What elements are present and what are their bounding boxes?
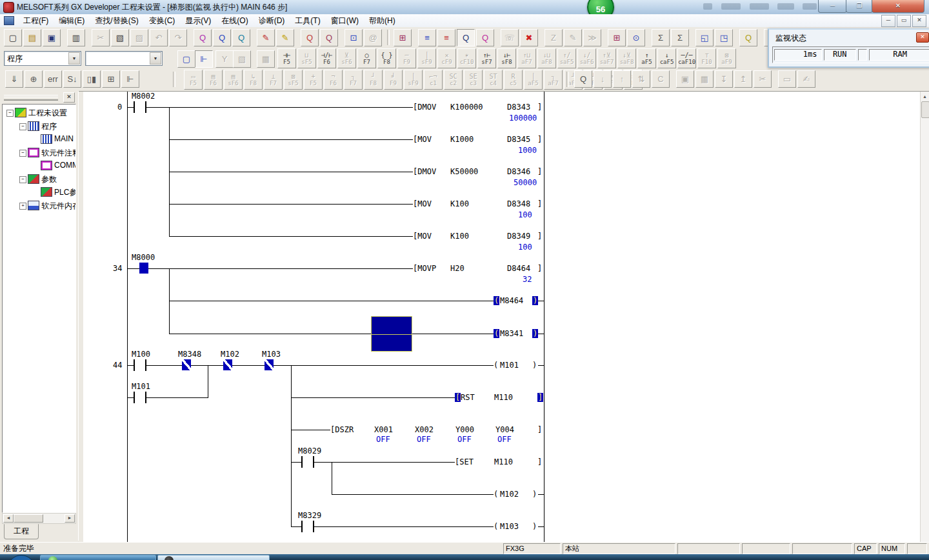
menu-f[interactable]: 工程(F) (18, 14, 54, 28)
multiple-window-button[interactable]: ▦ (695, 70, 714, 88)
find-device-button[interactable]: Q (194, 29, 212, 46)
tree-horizontal-scrollbar[interactable]: ◄ ► (2, 513, 76, 524)
wiring-symbol-c1-button[interactable]: ⌐¬c1 (424, 70, 443, 90)
ladder-symbol-saF6-button[interactable]: ↓/saF6 (577, 48, 596, 68)
copy-button[interactable]: ▧ (111, 29, 129, 46)
ladder-symbol-sF6-button[interactable]: ⊻sF6 (337, 48, 356, 68)
wiring-symbol-c2-button[interactable]: SCc2 (444, 70, 463, 90)
device-find-binoculars-button[interactable]: Q (574, 70, 592, 88)
wiring-symbol-sF5-button[interactable]: ⊠sF5 (284, 70, 303, 90)
read-mode-button[interactable]: ≡ (418, 29, 436, 46)
ladder-symbol-sF7-button[interactable]: ↑⊢sF7 (477, 48, 496, 68)
line-statement-list-button[interactable]: ⇅ (632, 70, 650, 88)
save-project-button[interactable]: ▣ (43, 29, 61, 46)
ladder-symbol-aF7-button[interactable]: ↑⊔aF7 (517, 48, 536, 68)
scroll-left-icon[interactable]: ◄ (3, 514, 14, 523)
register-monitor-down-button[interactable]: ↧ (715, 70, 733, 88)
sampling-trace-button[interactable]: ⊞ (608, 29, 626, 46)
wiring-symbol-F8-button[interactable]: ↳F8 (244, 70, 263, 90)
ladder-symbol-saF5-button[interactable]: ↑/saF5 (557, 48, 576, 68)
step-run-button[interactable]: ≫ (583, 29, 601, 46)
ladder-symbol-F6-button[interactable]: ⊣/⊢F6 (317, 48, 336, 68)
monitor-close-icon[interactable]: ✕ (916, 32, 929, 43)
find-string-button[interactable]: Q (232, 29, 250, 46)
ladder-symbol-F10-button[interactable]: ⊤F10 (697, 48, 716, 68)
menu-d[interactable]: 诊断(D) (254, 14, 290, 28)
ladder-editor[interactable]: ▲ (83, 91, 929, 543)
find-instruction-button[interactable]: Q (213, 29, 231, 46)
panel-drag-grip[interactable] (4, 95, 58, 101)
menu-w[interactable]: 窗口(W) (326, 14, 364, 28)
wiring-symbol-aF5-button[interactable]: │aF5 (524, 70, 543, 90)
wiring-symbol-F6-button[interactable]: ▤F6 (204, 70, 223, 90)
close-button[interactable]: ✕ (872, 0, 924, 13)
scroll-up-icon[interactable]: ▲ (921, 93, 928, 101)
wiring-symbol-sF9-button[interactable]: │sF9 (404, 70, 423, 90)
tree-item-0[interactable]: −工程未设置 (3, 107, 75, 119)
ladder-symbol-sF8-button[interactable]: ↓⊢sF8 (497, 48, 516, 68)
wiring-symbol-F7-button[interactable]: ┐F7 (344, 70, 363, 90)
comment-display-button[interactable]: @ (364, 29, 382, 46)
collapse-icon[interactable]: − (19, 176, 26, 183)
mdi-child-icon[interactable] (4, 16, 14, 25)
wiring-symbol-F5-button[interactable]: ▭F5 (184, 70, 203, 90)
cut-button[interactable]: ✂ (92, 29, 110, 46)
replace-device-button[interactable]: ✎ (257, 29, 275, 46)
wiring-symbol-F8-button[interactable]: ┘F8 (364, 70, 383, 90)
menu-v[interactable]: 显示(V) (180, 14, 216, 28)
ladder-symbol-cF10-button[interactable]: ✶cF10 (457, 48, 476, 68)
monitor-mode-button[interactable]: Q (457, 29, 475, 46)
tree-item-3[interactable]: −软元件注释 (3, 147, 75, 159)
chevron-down-icon[interactable]: ▼ (68, 52, 80, 65)
ladder-symbol-aF8-button[interactable]: ↓⊔aF8 (537, 48, 556, 68)
tree-item-2[interactable]: MAIN (3, 134, 75, 145)
macro-view-button[interactable]: ▢ (177, 50, 195, 68)
child-close-button[interactable]: ✕ (912, 15, 926, 27)
print-image-button[interactable]: ▭ (778, 70, 796, 88)
wiring-symbol-F6-button[interactable]: ¬F6 (324, 70, 343, 90)
delete-monitor-button[interactable]: ✂ (754, 70, 772, 88)
wiring-symbol-F5-button[interactable]: +F5 (304, 70, 323, 90)
ladder-symbol-F8-button[interactable]: { }F8 (377, 48, 396, 68)
data-type-combo[interactable]: 程序 ▼ (4, 51, 81, 66)
ladder-symbol-saF8-button[interactable]: ↓⊻saF8 (617, 48, 636, 68)
scroll-hand-button[interactable]: ✍ (797, 70, 815, 88)
editor-vertical-scrollbar[interactable]: ▲ (920, 92, 929, 543)
screen-size-change-button[interactable]: ⊡ (345, 29, 363, 46)
convert-run-write-button[interactable]: ⊕ (25, 70, 43, 88)
ladder-symbol-sF5-button[interactable]: ⊔sF5 (297, 48, 316, 68)
ladder-symbol-sF9-button[interactable]: │sF9 (417, 48, 436, 68)
ladder-symbol-aF9-button[interactable]: ⊠aF9 (717, 48, 736, 68)
cross-ref-window-button[interactable]: C (652, 70, 670, 88)
start-orb[interactable] (8, 555, 35, 560)
statement-display-toggle-button[interactable]: ⊩ (121, 70, 139, 88)
menu-t[interactable]: 工具(T) (290, 14, 325, 28)
register-monitor-up-button[interactable]: ↥ (734, 70, 752, 88)
ladder-symbol-F7-button[interactable]: ◯F7 (357, 48, 376, 68)
child-minimize-button[interactable]: ─ (881, 15, 895, 27)
zoom-destination-window-button[interactable]: ◳ (715, 29, 733, 46)
ladder-symbol-F5-button[interactable]: ⊣⊢F5 (277, 48, 296, 68)
collapse-icon[interactable]: − (19, 123, 26, 130)
partition-setting-button[interactable]: ▯▮ (83, 70, 101, 88)
convert-button[interactable]: ⇓ (5, 70, 23, 88)
zoom-source-window-button[interactable]: ◱ (695, 29, 714, 46)
tree-item-5[interactable]: −参数 (3, 174, 75, 185)
comment-display-toggle-button[interactable]: ⊞ (102, 70, 120, 88)
ladder-symbol-caF5-button[interactable]: ↓caF5 (657, 48, 676, 68)
undo-button[interactable]: ↶ (150, 29, 168, 46)
comment-search-button[interactable]: Q (739, 29, 757, 46)
data-name-combo[interactable]: ▼ (85, 51, 163, 66)
wiring-symbol-sF6-button[interactable]: ▤sF6 (224, 70, 243, 90)
taskbar-app-1[interactable] (40, 555, 156, 560)
open-project-button[interactable]: ▤ (23, 29, 41, 46)
menu-e[interactable]: 编辑(E) (54, 14, 90, 28)
taskbar-app-2[interactable] (157, 555, 270, 560)
chevron-down-icon[interactable]: ▼ (150, 52, 161, 65)
wiring-symbol-aF7-button[interactable]: ┐aF7 (544, 70, 563, 90)
device-filter-button[interactable]: Y (215, 50, 234, 68)
scrollbar-thumb[interactable] (14, 514, 43, 523)
wiring-symbol-c3-button[interactable]: SEc3 (464, 70, 483, 90)
scrollbar-thumb[interactable] (921, 101, 929, 118)
paste-button[interactable]: ▨ (130, 29, 148, 46)
